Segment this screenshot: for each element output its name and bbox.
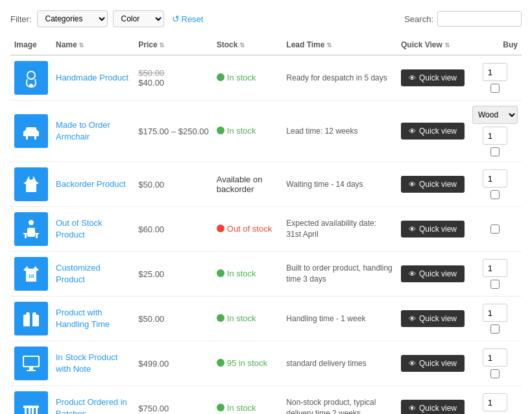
stock-text: In stock [227, 269, 256, 278]
quick-view-button[interactable]: 👁 Quick view [401, 176, 465, 193]
col-name[interactable]: Name [52, 35, 134, 55]
product-buy-cell [468, 55, 522, 101]
quantity-input[interactable] [483, 304, 507, 322]
product-name-link[interactable]: Out of Stock Product [56, 218, 103, 239]
stock-badge: In stock [217, 126, 256, 136]
quick-view-button[interactable]: 👁 Quick view [401, 400, 465, 414]
quantity-input[interactable] [483, 348, 507, 367]
product-stock-cell: In stock [213, 101, 283, 162]
quick-view-button[interactable]: 👁 Quick view [401, 265, 465, 282]
product-buy-cell: Wood [468, 101, 522, 162]
col-price[interactable]: Price [134, 35, 212, 55]
product-lead-time-cell: Expected availability date: 31st April [282, 207, 397, 252]
stock-badge: In stock [217, 403, 256, 413]
svg-point-1 [29, 84, 33, 88]
svg-rect-3 [23, 131, 26, 136]
quantity-input[interactable] [483, 393, 507, 411]
quick-view-button[interactable]: 👁 Quick view [401, 123, 465, 140]
product-option-select[interactable]: Wood [472, 106, 518, 124]
product-stock-cell: Available on backorder [213, 162, 283, 207]
stock-text: In stock [227, 73, 256, 82]
product-name-cell: Product with Handling Time [52, 297, 134, 341]
table-row: Out of Stock Product$60.00Out of stockEx… [10, 207, 522, 252]
product-name-link[interactable]: Product Ordered in Batches [56, 397, 127, 414]
product-lead-time-cell: Handling time - 1 week [282, 297, 397, 341]
product-name-link[interactable]: Customized Product [56, 263, 101, 284]
quantity-input[interactable] [483, 259, 507, 277]
product-quick-view-cell: 👁 Quick view [397, 341, 468, 386]
color-select[interactable]: Color [113, 10, 164, 27]
product-price: $750.00 [138, 404, 169, 413]
product-price: $499.00 [138, 359, 169, 369]
product-stock-cell: 95 in stock [213, 341, 283, 386]
lead-time-text: Non-stock product, typical delivery time… [286, 398, 376, 414]
table-row: Handmade Product$50.00$40.00In stockRead… [10, 55, 522, 101]
product-image [14, 391, 48, 414]
add-to-cart-checkbox[interactable] [490, 84, 500, 93]
svg-rect-23 [27, 370, 36, 371]
eye-icon: 👁 [409, 225, 416, 233]
product-price: $60.00 [138, 225, 164, 234]
table-row: Made to Order Armchair$175.00 – $250.00I… [10, 101, 522, 162]
eye-icon: 👁 [409, 127, 416, 135]
reset-button[interactable]: Reset [172, 14, 204, 24]
stock-text: In stock [227, 126, 256, 136]
svg-rect-25 [25, 408, 27, 414]
product-quick-view-cell: 👁 Quick view [397, 162, 468, 207]
add-to-cart-checkbox[interactable] [490, 225, 500, 234]
product-buy-cell [468, 297, 522, 341]
product-image [14, 302, 48, 335]
add-to-cart-checkbox[interactable] [490, 190, 500, 199]
col-stock[interactable]: Stock [213, 35, 283, 55]
product-name-link[interactable]: Made to Order Armchair [56, 120, 110, 141]
product-name-cell: Product Ordered in Batches [52, 386, 134, 415]
product-name-link[interactable]: Handmade Product [56, 73, 128, 82]
quantity-input[interactable] [483, 63, 507, 81]
table-row: In Stock Product with Note$499.0095 in s… [10, 341, 522, 386]
product-quick-view-cell: 👁 Quick view [397, 101, 468, 162]
add-to-cart-checkbox[interactable] [490, 369, 500, 378]
product-stock-cell: In stock [213, 252, 283, 297]
product-price-cell: $175.00 – $250.00 [134, 101, 212, 162]
product-image-cell [10, 101, 52, 162]
lead-time-text: Handling time - 1 week [286, 314, 365, 323]
col-lead-time[interactable]: Lead Time [282, 35, 397, 55]
search-input[interactable] [437, 11, 522, 27]
quick-view-button[interactable]: 👁 Quick view [401, 355, 465, 372]
table-row: Product Ordered in Batches$750.00In stoc… [10, 386, 522, 415]
stock-indicator [217, 359, 224, 367]
stock-text: Available on backorder [217, 175, 279, 194]
product-image [14, 167, 48, 201]
quick-view-button[interactable]: 👁 Quick view [401, 69, 465, 86]
product-name-link[interactable]: In Stock Product with Note [56, 352, 117, 374]
stock-indicator [217, 404, 224, 411]
product-name-link[interactable]: Backorder Product [56, 179, 126, 189]
product-name-link[interactable]: Product with Handling Time [56, 308, 110, 329]
eye-icon: 👁 [409, 270, 416, 278]
categories-select[interactable]: Categories [37, 10, 108, 27]
col-quick-view[interactable]: Quick View [397, 35, 468, 55]
stock-text: In stock [227, 403, 256, 413]
product-price-cell: $60.00 [134, 207, 212, 252]
search-area: Search: [404, 11, 522, 27]
product-price-cell: $50.00$40.00 [134, 55, 212, 101]
svg-text:10: 10 [29, 273, 34, 279]
add-to-cart-checkbox[interactable] [490, 280, 500, 289]
product-name-cell: Backorder Product [52, 162, 134, 207]
svg-rect-10 [27, 228, 35, 237]
filter-label: Filter: [10, 14, 32, 24]
table-row: Product with Handling Time$50.00In stock… [10, 297, 522, 341]
buy-controls [472, 63, 518, 93]
table-row: Backorder Product$50.00Available on back… [10, 162, 522, 207]
quick-view-button[interactable]: 👁 Quick view [401, 310, 465, 327]
quick-view-button[interactable]: 👁 Quick view [401, 221, 465, 237]
product-price-cell: $750.00 [134, 386, 212, 415]
quantity-input[interactable] [483, 127, 507, 145]
svg-rect-4 [36, 131, 39, 136]
lead-time-text: Expected availability date: 31st April [286, 219, 376, 239]
product-image-cell [10, 55, 52, 101]
product-name-cell: Handmade Product [52, 55, 134, 101]
add-to-cart-checkbox[interactable] [490, 147, 500, 156]
add-to-cart-checkbox[interactable] [490, 324, 500, 334]
quantity-input[interactable] [483, 169, 507, 188]
